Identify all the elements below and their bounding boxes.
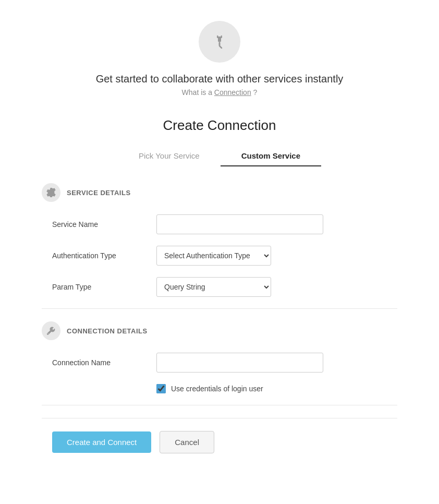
auth-type-row: Authentication Type Select Authenticatio… <box>42 246 397 266</box>
svg-rect-2 <box>217 35 218 38</box>
connection-details-header: CONNECTION DETAILS <box>42 321 397 340</box>
header-tagline: Get started to collaborate with other se… <box>96 73 344 85</box>
header-subtitle: What is a Connection ? <box>182 88 258 97</box>
tab-pick-service[interactable]: Pick Your Service <box>118 146 221 166</box>
service-name-label: Service Name <box>52 220 156 229</box>
service-details-title: SERVICE DETAILS <box>67 189 131 197</box>
form-title: Create Connection <box>42 117 397 134</box>
wrench-icon-circle <box>42 321 60 340</box>
wrench-icon <box>46 326 56 335</box>
footer-buttons: Create and Connect Cancel <box>42 418 397 453</box>
tab-custom-service[interactable]: Custom Service <box>221 146 321 166</box>
service-name-input[interactable] <box>156 214 323 234</box>
service-details-section: SERVICE DETAILS Service Name Authenticat… <box>42 183 397 297</box>
section-divider-2 <box>42 405 397 405</box>
plug-icon <box>210 32 229 51</box>
connection-name-label: Connection Name <box>52 358 156 367</box>
use-credentials-checkbox[interactable] <box>156 384 166 393</box>
form-container: Create Connection Pick Your Service Cust… <box>42 117 397 453</box>
param-type-select[interactable]: Query String Header Body <box>156 277 271 297</box>
subtitle-suffix: ? <box>251 88 258 97</box>
auth-type-select[interactable]: Select Authentication Type Basic Auth OA… <box>156 246 271 266</box>
connection-details-title: CONNECTION DETAILS <box>67 327 148 335</box>
connection-name-input[interactable] <box>156 353 323 373</box>
credentials-checkbox-row: Use credentials of login user <box>42 384 397 393</box>
param-type-row: Param Type Query String Header Body <box>42 277 397 297</box>
service-details-header: SERVICE DETAILS <box>42 183 397 202</box>
param-type-label: Param Type <box>52 283 156 291</box>
connection-link[interactable]: Connection <box>214 88 251 97</box>
connection-details-section: CONNECTION DETAILS Connection Name Use c… <box>42 321 397 393</box>
gear-icon <box>46 188 56 197</box>
gear-icon-circle <box>42 183 60 202</box>
svg-rect-1 <box>218 37 221 42</box>
tabs-container: Pick Your Service Custom Service <box>42 146 397 166</box>
subtitle-prefix: What is a <box>182 88 214 97</box>
create-connect-button[interactable]: Create and Connect <box>52 431 151 453</box>
page-wrapper: Get started to collaborate with other se… <box>0 0 439 474</box>
section-divider-1 <box>42 308 397 309</box>
connection-name-row: Connection Name <box>42 353 397 373</box>
cancel-button[interactable]: Cancel <box>160 431 214 453</box>
plug-icon-circle <box>199 21 240 63</box>
service-name-row: Service Name <box>42 214 397 234</box>
svg-rect-3 <box>221 35 223 38</box>
credentials-checkbox-label: Use credentials of login user <box>171 385 263 393</box>
auth-type-label: Authentication Type <box>52 251 156 260</box>
